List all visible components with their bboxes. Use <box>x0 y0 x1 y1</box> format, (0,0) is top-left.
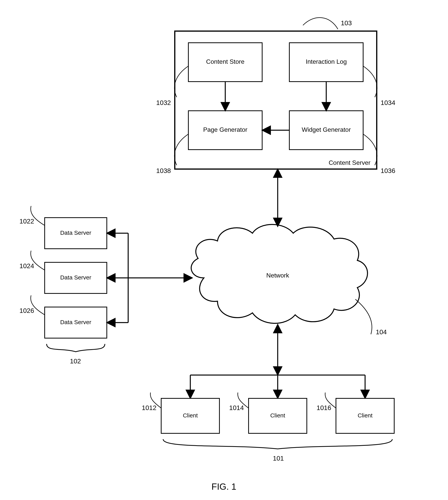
svg-text:Client: Client <box>183 412 198 418</box>
content-store-label: Content Store <box>206 58 244 65</box>
data-servers-group: Data Server 1022 Data Server 1024 Data S… <box>19 206 192 365</box>
ref-1022: 1022 <box>19 217 34 225</box>
svg-text:Data Server: Data Server <box>60 230 91 236</box>
content-server-container: Content Server 103 Content Store 1032 In… <box>156 18 395 174</box>
ref-1038: 1038 <box>156 167 171 174</box>
ref-1012: 1012 <box>142 404 157 411</box>
network-label: Network <box>266 272 289 279</box>
data-server-1: Data Server <box>45 218 107 249</box>
ref-1024: 1024 <box>19 262 34 269</box>
page-generator-label: Page Generator <box>203 126 247 133</box>
svg-text:Data Server: Data Server <box>60 274 91 281</box>
widget-generator-label: Widget Generator <box>302 126 351 133</box>
ref-1016: 1016 <box>317 404 331 411</box>
svg-text:Data Server: Data Server <box>60 319 91 325</box>
content-store-box: Content Store <box>188 43 262 82</box>
svg-text:Client: Client <box>358 412 373 418</box>
ref-1032: 1032 <box>156 99 171 106</box>
ref-102: 102 <box>70 357 81 365</box>
data-server-2: Data Server <box>45 262 107 293</box>
interaction-log-box: Interaction Log <box>289 43 363 82</box>
ref-1026: 1026 <box>19 307 34 314</box>
interaction-log-label: Interaction Log <box>306 58 347 65</box>
figure-label: FIG. 1 <box>211 482 236 492</box>
ref-103: 103 <box>341 19 352 27</box>
client-2: Client <box>249 398 307 433</box>
network-cloud: Network <box>191 224 368 323</box>
ref-101: 101 <box>273 454 284 462</box>
content-server-label: Content Server <box>329 159 370 166</box>
svg-text:Client: Client <box>270 412 285 418</box>
page-generator-box: Page Generator <box>188 111 262 150</box>
client-1: Client <box>161 398 219 433</box>
ref-104: 104 <box>376 328 387 336</box>
ref-1036: 1036 <box>381 167 395 174</box>
widget-generator-box: Widget Generator <box>289 111 363 150</box>
data-server-3: Data Server <box>45 307 107 338</box>
clients-group: Client 1012 Client 1014 Client 1016 101 <box>142 325 394 462</box>
ref-1014: 1014 <box>229 404 244 411</box>
ref-1034: 1034 <box>381 99 395 106</box>
client-3: Client <box>336 398 394 433</box>
